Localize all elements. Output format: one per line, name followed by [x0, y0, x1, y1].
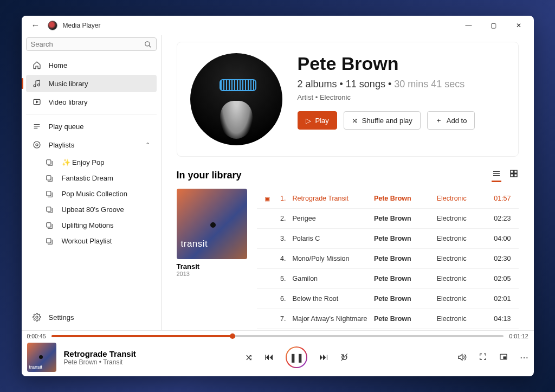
- app-title: Media Player: [63, 22, 453, 29]
- track-artist: Pete Brown: [374, 315, 430, 323]
- track-number: 5.: [279, 275, 286, 282]
- track-row[interactable]: 6. Below the Root Pete Brown Electronic …: [257, 289, 519, 309]
- playlist-icon: [46, 190, 55, 198]
- nav-play-queue[interactable]: Play queue: [26, 118, 157, 135]
- svg-point-2: [34, 85, 36, 87]
- svg-rect-10: [46, 159, 50, 164]
- nav-settings[interactable]: Settings: [26, 309, 157, 326]
- prev-track-button[interactable]: ⏮: [264, 352, 274, 363]
- seek-bar[interactable]: [51, 335, 504, 337]
- svg-point-0: [145, 41, 149, 46]
- playlist-icon: [46, 206, 55, 214]
- track-duration: 02:05: [487, 275, 511, 282]
- track-row[interactable]: 7. Major Atway's Nightmare Pete Brown El…: [257, 309, 519, 329]
- track-row[interactable]: 2. Perigee Pete Brown Electronic 02:23: [257, 209, 519, 229]
- track-number: 7.: [279, 315, 286, 323]
- playlist-item[interactable]: Upbeat 80's Groove: [40, 202, 157, 217]
- play-pause-button[interactable]: ❚❚: [286, 346, 307, 368]
- next-track-button[interactable]: ⏭: [319, 352, 328, 363]
- track-artist: Pete Brown: [374, 195, 430, 202]
- maximize-button[interactable]: ▢: [483, 18, 505, 33]
- playlist-icon: [46, 159, 55, 166]
- playlist-item[interactable]: Workout Playlist: [40, 233, 157, 249]
- track-name: Perigee: [293, 215, 367, 222]
- nav-music-library[interactable]: Music library: [26, 75, 157, 92]
- track-artist: Pete Brown: [374, 235, 430, 242]
- track-row[interactable]: ▣ 1. Retrograde Transit Pete Brown Elect…: [257, 189, 519, 209]
- track-name: Major Atway's Nightmare: [293, 315, 367, 323]
- track-number: 2.: [279, 215, 286, 222]
- now-playing-art: transit: [27, 343, 56, 372]
- back-button[interactable]: ←: [29, 21, 42, 30]
- playlist-label: Workout Playlist: [62, 237, 112, 245]
- album-year: 2013: [177, 271, 247, 277]
- svg-rect-11: [46, 175, 50, 179]
- playlist-icon: [46, 222, 55, 229]
- playlist-item[interactable]: ✨ Enjoy Pop: [40, 155, 157, 170]
- section-title: In your library: [177, 170, 492, 181]
- gear-icon: [33, 313, 42, 322]
- mini-player-button[interactable]: [499, 352, 508, 363]
- volume-button[interactable]: [457, 352, 467, 363]
- svg-rect-22: [511, 174, 513, 177]
- app-icon: [48, 21, 57, 30]
- track-genre: Electronic: [437, 195, 481, 202]
- shuffle-play-button[interactable]: ⤨ Shuffle and play: [344, 111, 421, 130]
- album-card[interactable]: transit Transit 2013: [177, 189, 247, 329]
- search-icon: [144, 41, 152, 48]
- playlist-item[interactable]: Fantastic Dream: [40, 170, 157, 186]
- track-genre: Electronic: [437, 315, 481, 323]
- track-list: ▣ 1. Retrograde Transit Pete Brown Elect…: [257, 189, 519, 329]
- artist-role: Artist • Electronic: [298, 93, 475, 101]
- track-row[interactable]: 4. Mono/Poly Mission Pete Brown Electron…: [257, 249, 519, 269]
- track-duration: 02:30: [487, 255, 511, 262]
- nav-label: Settings: [49, 313, 74, 322]
- search-input[interactable]: [31, 40, 144, 48]
- track-name: Gamilon: [293, 275, 367, 282]
- track-row[interactable]: 3. Polaris C Pete Brown Electronic 04:00: [257, 229, 519, 249]
- playlist-icon: [46, 175, 55, 182]
- svg-rect-12: [46, 191, 50, 195]
- video-icon: [33, 98, 42, 106]
- nav-video-library[interactable]: Video library: [26, 93, 157, 111]
- svg-point-3: [37, 84, 40, 86]
- track-row[interactable]: 5. Gamilon Pete Brown Electronic 02:05: [257, 269, 519, 289]
- track-genre: Electronic: [437, 295, 481, 303]
- minimize-button[interactable]: —: [458, 18, 480, 33]
- search-field[interactable]: [26, 37, 157, 51]
- playlist-label: Upbeat 80's Groove: [62, 205, 124, 214]
- playlist-label: Uplifting Motions: [62, 221, 114, 229]
- playlist-item[interactable]: Pop Music Collection: [40, 186, 157, 202]
- playlists-icon: [33, 140, 42, 149]
- track-duration: 04:00: [487, 235, 511, 242]
- titlebar: ← Media Player — ▢ ✕: [22, 16, 534, 35]
- track-number: 3.: [279, 235, 286, 242]
- fullscreen-button[interactable]: [479, 352, 487, 363]
- play-icon: ▷: [306, 117, 311, 125]
- shuffle-toggle[interactable]: ⤨: [245, 352, 253, 363]
- track-duration: 02:01: [487, 295, 511, 303]
- svg-rect-26: [504, 357, 506, 358]
- view-grid-button[interactable]: [509, 169, 519, 182]
- track-number: 6.: [279, 295, 286, 303]
- music-icon: [33, 79, 42, 88]
- close-button[interactable]: ✕: [508, 18, 530, 33]
- svg-point-8: [34, 142, 40, 148]
- track-name: Below the Root: [293, 295, 367, 303]
- track-genre: Electronic: [437, 215, 481, 222]
- track-duration: 02:23: [487, 215, 511, 222]
- nav-playlists[interactable]: Playlists ⌃: [26, 136, 157, 153]
- add-to-button[interactable]: ＋ Add to: [427, 111, 475, 130]
- svg-marker-24: [459, 354, 462, 360]
- playlist-item[interactable]: Uplifting Motions: [40, 217, 157, 233]
- main-content: Pete Brown 2 albums • 11 songs • 30 mins…: [162, 35, 534, 330]
- nav-home[interactable]: Home: [26, 56, 157, 74]
- view-list-button[interactable]: [492, 169, 501, 182]
- play-button[interactable]: ▷ Play: [298, 111, 337, 130]
- artist-avatar: [190, 53, 282, 145]
- repeat-toggle[interactable]: ↻̸: [340, 352, 348, 363]
- nav-label: Playlists: [49, 141, 75, 149]
- track-genre: Electronic: [437, 255, 481, 262]
- more-button[interactable]: ⋯: [520, 352, 528, 363]
- track-genre: Electronic: [437, 235, 481, 242]
